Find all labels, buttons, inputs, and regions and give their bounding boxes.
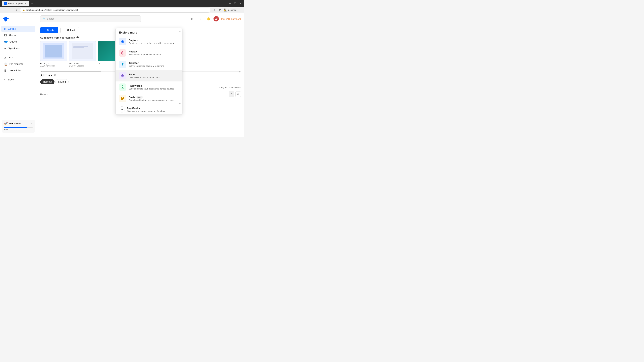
back-button[interactable]: ←: [2, 8, 7, 12]
passwords-text: Passwords Sync and store your passwords …: [129, 84, 174, 90]
dropbox-logo-icon: [3, 17, 9, 23]
incognito-label: Incognito: [228, 9, 236, 11]
nav-signatures-label: Signatures: [8, 47, 20, 50]
address-bar: ← → ↻ 🔒 dropbox.com/home?select=Doc+to+s…: [0, 7, 244, 13]
collapse-icon[interactable]: ∧: [31, 122, 33, 125]
help-button[interactable]: ?: [198, 16, 204, 22]
scroll-down-button[interactable]: ▼: [179, 103, 181, 105]
dropdown-item-replay[interactable]: Replay Review and approve videos faster: [116, 47, 182, 59]
appcenter-desc: Discover and connect apps on Dropbox: [126, 110, 165, 112]
dropdown-footer-appcenter[interactable]: → App Center Discover and connect apps o…: [116, 104, 182, 114]
file-thumbnail: [40, 41, 67, 61]
svg-marker-9: [121, 63, 124, 65]
dropdown-item-passwords[interactable]: Passwords Sync and store your passwords …: [116, 81, 182, 93]
sidebar-item-less[interactable]: ∧ Less: [1, 54, 36, 61]
view-toggle: ☰ ⊞: [229, 91, 241, 97]
replay-icon: [119, 49, 126, 57]
sidebar-item-all-files[interactable]: ⊞ All files: [1, 26, 36, 32]
file-card-book1[interactable]: Book (1) XLSX • Dropbox: [40, 41, 67, 67]
scroll-up-button[interactable]: ▲: [179, 30, 181, 32]
get-started-card[interactable]: 🚀 Get started ∧ 80%: [2, 120, 35, 133]
sidebar-item-photos[interactable]: 🖼 Photos: [1, 32, 36, 38]
svg-marker-4: [4, 20, 7, 22]
scroll-right-arrow[interactable]: ▶: [239, 70, 241, 73]
passwords-icon: [119, 83, 126, 91]
appcenter-title: App Center: [126, 107, 165, 109]
grid-icon: ⊞: [4, 27, 6, 31]
active-tab[interactable]: D Files - Dropbox ✕: [2, 1, 29, 6]
svg-rect-15: [121, 98, 124, 99]
dropdown-item-paper[interactable]: Paper Draft ideas in collaborative docs: [116, 70, 182, 81]
rocket-icon: 🚀: [4, 122, 8, 125]
scroll-left-arrow[interactable]: ◀: [40, 70, 42, 73]
file-name: Document: [69, 62, 96, 65]
tab-favicon: D: [4, 2, 7, 5]
grid-view-button[interactable]: ⊞: [236, 91, 241, 97]
header-actions: ⊞ ? 🔔 LD Trial ends in 29 days: [189, 16, 241, 22]
main-header: 🔍 Search ⊞ ? 🔔 LD Trial ends in 29 days: [37, 13, 244, 24]
file-card-document[interactable]: Document DOCX • Dropbox: [69, 41, 96, 67]
new-tab-button[interactable]: +: [30, 1, 34, 6]
upload-button[interactable]: ↑ Upload: [60, 27, 79, 33]
appcenter-text: App Center Discover and connect apps on …: [126, 107, 165, 112]
search-bar[interactable]: 🔍 Search: [40, 15, 141, 22]
maximize-button[interactable]: □: [233, 1, 237, 5]
reload-button[interactable]: ↻: [14, 8, 19, 12]
sidebar: ⊞ All files 🖼 Photos 👥 Shared ✒ Signatur…: [0, 13, 37, 137]
nav-deleted-files-label: Deleted files: [9, 69, 22, 72]
dropdown-item-capture[interactable]: Capture Create screen recordings and vid…: [116, 36, 182, 47]
apps-button[interactable]: ⊞: [189, 16, 196, 22]
transfer-icon: [119, 61, 126, 68]
sidebar-item-shared[interactable]: 👥 Shared: [1, 38, 36, 45]
progress-bar-fill: [4, 127, 27, 128]
nav-divider: [0, 53, 37, 53]
get-started-title: Get started: [9, 122, 22, 125]
sidebar-toggle-icon[interactable]: ⊞: [218, 8, 222, 12]
tab-close-button[interactable]: ✕: [24, 2, 27, 5]
close-button[interactable]: ✕: [238, 1, 242, 5]
dash-text: Dash Beta Search and find answers across…: [129, 96, 174, 101]
signatures-icon: ✒: [4, 46, 6, 50]
dash-desc: Search and find answers across apps and …: [129, 99, 174, 101]
nav-shared-label: Shared: [10, 40, 17, 43]
capture-title: Capture: [129, 39, 174, 41]
menu-icon[interactable]: ⋮: [238, 8, 242, 12]
file-meta: XLSX • Dropbox: [40, 65, 67, 67]
eye-icon: 👁: [76, 36, 79, 39]
sidebar-item-deleted-files[interactable]: 🗑 Deleted files: [1, 67, 36, 73]
chevron-up-icon: ∧: [4, 56, 6, 59]
upload-label: Upload: [67, 29, 75, 31]
photos-icon: 🖼: [4, 33, 7, 37]
settings-icon[interactable]: ⚙: [54, 74, 56, 77]
notifications-button[interactable]: 🔔: [206, 16, 212, 22]
avatar[interactable]: LD: [214, 16, 219, 21]
create-button[interactable]: + Create: [40, 27, 58, 33]
name-label: Name: [40, 93, 46, 95]
sidebar-logo[interactable]: [0, 15, 37, 25]
create-label: Create: [47, 29, 54, 31]
paper-desc: Draft ideas in collaborative docs: [129, 76, 160, 79]
file-thumbnail: [69, 41, 96, 61]
minimize-button[interactable]: ─: [228, 1, 232, 5]
incognito-badge[interactable]: 🕵 Incognito: [224, 8, 236, 11]
tab-recents[interactable]: Recents: [40, 79, 54, 84]
svg-rect-16: [121, 99, 123, 100]
svg-rect-10: [122, 65, 123, 66]
dropdown-item-dash[interactable]: Dash Beta Search and find answers across…: [116, 93, 182, 104]
tab-starred[interactable]: Starred: [55, 79, 68, 84]
capture-text: Capture Create screen recordings and vid…: [129, 39, 174, 44]
scrollbar-thumb: [42, 71, 101, 72]
url-bar[interactable]: 🔒 dropbox.com/home?select=Doc+to+sign+(s…: [20, 7, 211, 12]
sidebar-item-folders[interactable]: › Folders: [1, 76, 36, 83]
list-view-button[interactable]: ☰: [229, 91, 234, 97]
bookmark-icon[interactable]: ☆: [212, 8, 217, 12]
sidebar-item-file-requests[interactable]: 📋 File requests: [1, 61, 36, 67]
sidebar-item-signatures[interactable]: ✒ Signatures: [1, 45, 36, 51]
capture-desc: Create screen recordings and video messa…: [129, 42, 174, 44]
dropdown-item-transfer[interactable]: Transfer Deliver large files securely to…: [116, 59, 182, 70]
forward-button[interactable]: →: [8, 8, 13, 12]
tab-bar: D Files - Dropbox ✕ +: [2, 0, 227, 7]
nav-less-label: Less: [8, 56, 13, 59]
trash-icon: 🗑: [4, 69, 7, 72]
progress-bar-background: [4, 127, 33, 128]
